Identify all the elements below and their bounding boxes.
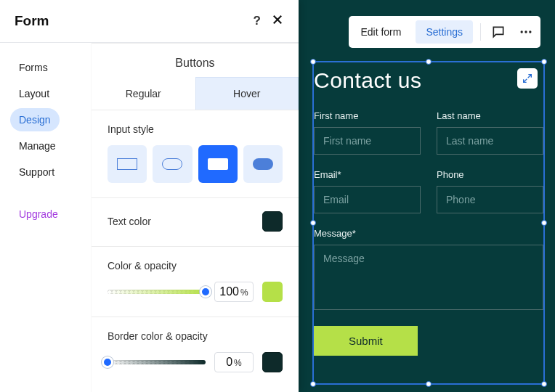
slider-thumb[interactable] [102,356,113,368]
design-panel: Form ? Forms Layout Design Manage Suppor… [0,0,299,392]
panel-sidebar: Forms Layout Design Manage Support Upgra… [0,43,92,392]
text-color-title: Text color [108,216,151,227]
resize-handle-br[interactable] [541,381,547,387]
tab-regular[interactable]: Regular [92,77,195,110]
group-border-color-opacity: Border color & opacity 0 % [92,317,299,387]
style-solid-pill[interactable] [243,145,283,183]
message-input[interactable] [314,245,543,310]
style-outline-pill[interactable] [153,145,192,183]
svg-point-0 [521,30,523,33]
phone-input[interactable] [437,186,543,213]
last-name-input[interactable] [437,127,543,155]
contact-form-selection[interactable]: Contact us First name Last name Email* P… [312,61,545,385]
sidebar-item-layout[interactable]: Layout [10,82,58,105]
style-outline-rect[interactable] [108,145,147,183]
border-opacity-value[interactable]: 0 % [214,352,254,372]
expand-button[interactable] [517,68,538,89]
panel-content: Buttons Regular Hover Input style Text c… [92,43,299,392]
solid-pill-icon [253,158,273,170]
first-name-label: First name [314,110,421,121]
color-opacity-value[interactable]: 100 % [214,282,254,302]
resize-handle-bl[interactable] [310,381,316,387]
state-tabs: Regular Hover [92,77,299,110]
text-color-swatch[interactable] [262,211,283,232]
comment-icon[interactable] [488,22,509,42]
panel-header: Form ? [0,0,299,43]
panel-title: Form [15,13,49,29]
color-opacity-slider[interactable] [108,290,206,294]
resize-handle-tl[interactable] [310,59,316,65]
sidebar-item-support[interactable]: Support [10,160,63,184]
slider-thumb[interactable] [200,286,211,298]
settings-button[interactable]: Settings [416,20,473,44]
contact-form: Contact us First name Last name Email* P… [314,62,543,356]
last-name-label: Last name [437,110,543,121]
first-name-input[interactable] [314,127,421,155]
sidebar-item-upgrade[interactable]: Upgrade [10,203,67,226]
color-opacity-title: Color & opacity [108,260,283,271]
border-opacity-slider[interactable] [108,360,206,364]
svg-point-2 [529,30,531,33]
resize-handle-tr[interactable] [541,59,547,65]
help-icon[interactable]: ? [254,14,261,28]
pill-icon [162,158,182,170]
phone-label: Phone [437,169,543,180]
resize-handle-mr[interactable] [541,220,547,226]
close-icon[interactable] [271,13,284,29]
style-solid-rect[interactable] [198,145,238,183]
form-title: Contact us [314,62,543,96]
solid-rect-icon [208,158,228,170]
more-icon[interactable] [516,22,536,42]
input-style-title: Input style [108,123,283,135]
message-label: Message* [314,228,543,239]
email-label: Email* [314,169,421,180]
sidebar-item-design[interactable]: Design [10,108,60,131]
form-toolbar: Edit form Settings [349,16,540,48]
tab-hover[interactable]: Hover [195,77,299,110]
email-input[interactable] [314,186,421,213]
edit-form-button[interactable]: Edit form [353,20,408,44]
toolbar-divider [480,23,481,41]
svg-point-1 [524,30,527,33]
section-title-buttons: Buttons [92,43,299,77]
border-color-swatch[interactable] [262,352,283,372]
resize-handle-bm[interactable] [426,381,432,387]
input-style-options [108,145,283,183]
sidebar-item-manage[interactable]: Manage [10,134,65,158]
resize-handle-tm[interactable] [426,59,432,65]
group-color-opacity: Color & opacity 100 % [92,247,299,317]
resize-handle-ml[interactable] [310,220,316,226]
submit-button[interactable]: Submit [314,326,418,356]
group-text-color: Text color [92,198,299,247]
sidebar-item-forms[interactable]: Forms [10,56,57,79]
panel-header-actions: ? [254,13,284,29]
border-opacity-title: Border color & opacity [108,330,283,342]
group-input-style: Input style [92,110,299,198]
color-swatch[interactable] [262,282,283,302]
rect-icon [117,158,137,170]
